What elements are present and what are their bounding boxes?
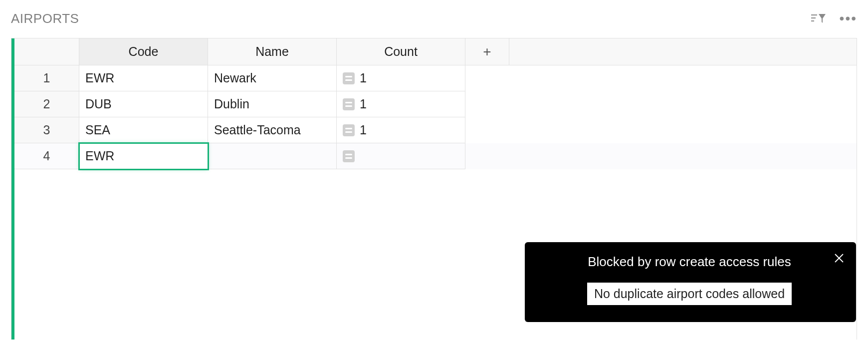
table-row: 2 DUB Dublin 1 bbox=[14, 91, 857, 117]
row-number[interactable]: 2 bbox=[14, 91, 79, 117]
count-value: 1 bbox=[360, 97, 367, 111]
cell-code[interactable]: EWR bbox=[79, 65, 208, 91]
cell-filler bbox=[465, 117, 857, 143]
more-menu-icon[interactable]: ••• bbox=[840, 11, 857, 25]
cell-name[interactable]: Seattle-Tacoma bbox=[208, 117, 337, 143]
toast-title: Blocked by row create access rules bbox=[553, 254, 826, 270]
grid-header-row: Code Name Count + bbox=[14, 38, 857, 65]
header-filler bbox=[509, 38, 857, 65]
add-column-button[interactable]: + bbox=[465, 38, 509, 65]
reflist-icon bbox=[343, 150, 355, 162]
column-header-code[interactable]: Code bbox=[79, 38, 208, 65]
cell-count[interactable]: 1 bbox=[337, 117, 465, 143]
cell-code-editing[interactable]: EWR bbox=[79, 143, 208, 169]
filter-sort-icon[interactable] bbox=[811, 11, 826, 26]
cell-name[interactable]: Dublin bbox=[208, 91, 337, 117]
cell-name[interactable]: Newark bbox=[208, 65, 337, 91]
close-icon[interactable] bbox=[832, 251, 846, 265]
cell-filler bbox=[465, 65, 857, 91]
cell-name[interactable] bbox=[208, 143, 337, 169]
cell-count[interactable] bbox=[337, 143, 465, 169]
toast-message: No duplicate airport codes allowed bbox=[587, 283, 792, 305]
section-header: AIRPORTS ••• bbox=[0, 0, 868, 32]
section-tools: ••• bbox=[811, 11, 857, 26]
count-value: 1 bbox=[360, 123, 367, 137]
table-row: 1 EWR Newark 1 bbox=[14, 65, 857, 91]
cell-count[interactable]: 1 bbox=[337, 65, 465, 91]
count-value: 1 bbox=[360, 71, 367, 85]
cell-code[interactable]: DUB bbox=[79, 91, 208, 117]
section-title: AIRPORTS bbox=[11, 11, 79, 26]
row-number[interactable]: 4 bbox=[14, 143, 79, 169]
cell-filler bbox=[465, 143, 857, 169]
row-number[interactable]: 1 bbox=[14, 65, 79, 91]
cell-code[interactable]: SEA bbox=[79, 117, 208, 143]
reflist-icon bbox=[343, 98, 355, 110]
cell-count[interactable]: 1 bbox=[337, 91, 465, 117]
reflist-icon bbox=[343, 72, 355, 84]
table-row: 3 SEA Seattle-Tacoma 1 bbox=[14, 117, 857, 143]
grid-corner bbox=[14, 38, 79, 65]
table-row-new: 4 EWR bbox=[14, 143, 857, 169]
reflist-icon bbox=[343, 124, 355, 136]
column-header-count[interactable]: Count bbox=[337, 38, 465, 65]
cell-filler bbox=[465, 91, 857, 117]
column-header-name[interactable]: Name bbox=[208, 38, 337, 65]
row-number[interactable]: 3 bbox=[14, 117, 79, 143]
error-toast: Blocked by row create access rules No du… bbox=[525, 242, 856, 322]
